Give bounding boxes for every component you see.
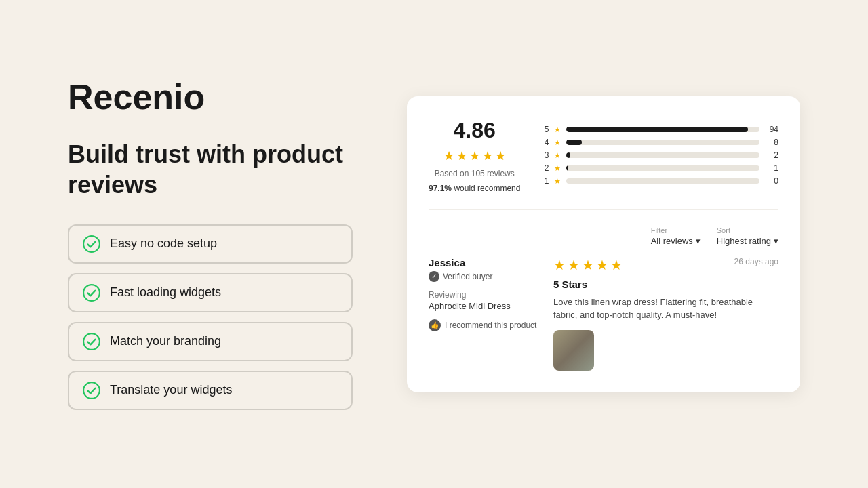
star-1: ★ xyxy=(443,148,454,163)
filter-chevron: ▾ xyxy=(696,236,701,246)
review-body: Love this linen wrap dress! Flattering f… xyxy=(553,296,778,322)
rating-score: 4.86 xyxy=(454,118,496,143)
rev-star-3: ★ xyxy=(582,257,594,273)
bar-fill-5 xyxy=(566,127,748,132)
widget-card: 4.86 ★ ★ ★ ★ ★ ★ Based on 105 reviews 97… xyxy=(407,96,800,392)
sort-item: Sort Highest rating ▾ xyxy=(717,226,778,246)
hero-text: Build trust with product reviews xyxy=(68,139,353,200)
svg-point-1 xyxy=(83,285,100,301)
feature-item-fast-loading[interactable]: Fast loading widgets xyxy=(68,273,353,312)
bar-star-3: ★ xyxy=(554,151,561,160)
bar-count-4: 8 xyxy=(765,138,778,147)
feature-list: Easy no code setup Fast loading widgets … xyxy=(68,224,353,410)
bar-row-4: 4 ★ 8 xyxy=(542,138,778,147)
bar-count-3: 2 xyxy=(765,150,778,160)
sort-chevron: ▾ xyxy=(774,236,778,246)
feature-label: Easy no code setup xyxy=(110,237,217,251)
review-image xyxy=(553,330,594,371)
filter-value[interactable]: All reviews ▾ xyxy=(651,236,701,246)
review-count: Based on 105 reviews xyxy=(435,169,515,178)
filter-sort-row: Filter All reviews ▾ Sort Highest rating… xyxy=(429,226,778,246)
bar-star-2: ★ xyxy=(554,164,561,173)
bar-row-1: 1 ★ 0 xyxy=(542,176,778,186)
rev-star-2: ★ xyxy=(568,257,580,273)
product-name: Aphrodite Midi Dress xyxy=(429,301,537,311)
reviewer-name: Jessica xyxy=(429,257,537,268)
review-card: Jessica ✓ Verified buyer Reviewing Aphro… xyxy=(429,257,778,371)
review-stars: ★ ★ ★ ★ ★ xyxy=(553,257,623,273)
bar-star-5: ★ xyxy=(554,125,561,134)
bar-star-1: ★ xyxy=(554,177,561,186)
bar-label-4: 4 xyxy=(542,138,549,147)
recommend-icon: 👍 xyxy=(429,319,441,331)
bar-fill-2 xyxy=(566,165,568,171)
feature-item-branding[interactable]: Match your branding xyxy=(68,322,353,361)
check-icon xyxy=(83,284,100,302)
main-container: Recenio Build trust with product reviews… xyxy=(0,78,868,409)
feature-label: Fast loading widgets xyxy=(110,285,221,300)
feature-item-no-code[interactable]: Easy no code setup xyxy=(68,224,353,264)
bar-fill-4 xyxy=(566,140,582,145)
bar-row-3: 3 ★ 2 xyxy=(542,150,778,160)
sort-value[interactable]: Highest rating ▾ xyxy=(717,236,778,246)
rating-bars: 5 ★ 94 4 ★ 8 3 ★ 2 2 ★ 1 xyxy=(542,118,778,193)
feature-item-translate[interactable]: Translate your widgets xyxy=(68,371,353,410)
left-panel: Recenio Build trust with product reviews… xyxy=(68,78,353,409)
check-icon xyxy=(83,235,100,253)
bar-star-4: ★ xyxy=(554,138,561,147)
review-header: ★ ★ ★ ★ ★ 26 days ago xyxy=(553,257,778,273)
recommend-pct: 97.1% would recommend xyxy=(429,184,520,193)
bar-track-3 xyxy=(566,152,760,158)
review-image-placeholder xyxy=(553,330,594,371)
verified-badge: ✓ Verified buyer xyxy=(429,271,537,282)
rev-star-4: ★ xyxy=(596,257,608,273)
svg-point-0 xyxy=(83,236,100,252)
bar-label-2: 2 xyxy=(542,163,549,173)
bar-fill-3 xyxy=(566,152,570,158)
bar-track-4 xyxy=(566,140,760,145)
svg-point-3 xyxy=(83,382,100,399)
reviewing-label: Reviewing xyxy=(429,290,537,300)
recommend-row: 👍 I recommend this product xyxy=(429,319,537,331)
rating-stars: ★ ★ ★ ★ ★ ★ xyxy=(443,148,506,163)
sort-label: Sort xyxy=(717,226,778,235)
bar-count-5: 94 xyxy=(765,125,778,134)
feature-label: Translate your widgets xyxy=(110,383,232,397)
rev-star-5: ★ xyxy=(610,257,623,273)
brand-title: Recenio xyxy=(68,78,353,117)
bar-count-1: 0 xyxy=(765,176,778,186)
review-right: ★ ★ ★ ★ ★ 26 days ago 5 Stars Love this … xyxy=(553,257,778,371)
star-3: ★ xyxy=(469,148,480,163)
bar-count-2: 1 xyxy=(765,163,778,173)
right-panel: 4.86 ★ ★ ★ ★ ★ ★ Based on 105 reviews 97… xyxy=(407,96,800,392)
bar-row-5: 5 ★ 94 xyxy=(542,125,778,134)
svg-point-2 xyxy=(83,333,100,350)
rev-star-1: ★ xyxy=(553,257,566,273)
star-5: ★ ★ xyxy=(495,148,506,163)
bar-track-2 xyxy=(566,165,760,171)
bar-row-2: 2 ★ 1 xyxy=(542,163,778,173)
verified-icon: ✓ xyxy=(429,271,439,282)
review-title: 5 Stars xyxy=(553,279,778,290)
star-2: ★ xyxy=(456,148,467,163)
bar-track-1 xyxy=(566,178,760,184)
filter-label: Filter xyxy=(651,226,701,235)
filter-item: Filter All reviews ▾ xyxy=(651,226,701,246)
check-icon xyxy=(83,382,100,399)
bar-label-5: 5 xyxy=(542,125,549,134)
star-4: ★ xyxy=(482,148,493,163)
bar-label-1: 1 xyxy=(542,176,549,186)
feature-label: Match your branding xyxy=(110,334,221,348)
bar-label-3: 3 xyxy=(542,150,549,160)
rating-summary: 4.86 ★ ★ ★ ★ ★ ★ Based on 105 reviews 97… xyxy=(429,118,778,210)
review-date: 26 days ago xyxy=(734,257,778,266)
check-icon xyxy=(83,333,100,350)
bar-track-5 xyxy=(566,127,760,132)
review-left: Jessica ✓ Verified buyer Reviewing Aphro… xyxy=(429,257,537,371)
rating-left: 4.86 ★ ★ ★ ★ ★ ★ Based on 105 reviews 97… xyxy=(429,118,520,193)
